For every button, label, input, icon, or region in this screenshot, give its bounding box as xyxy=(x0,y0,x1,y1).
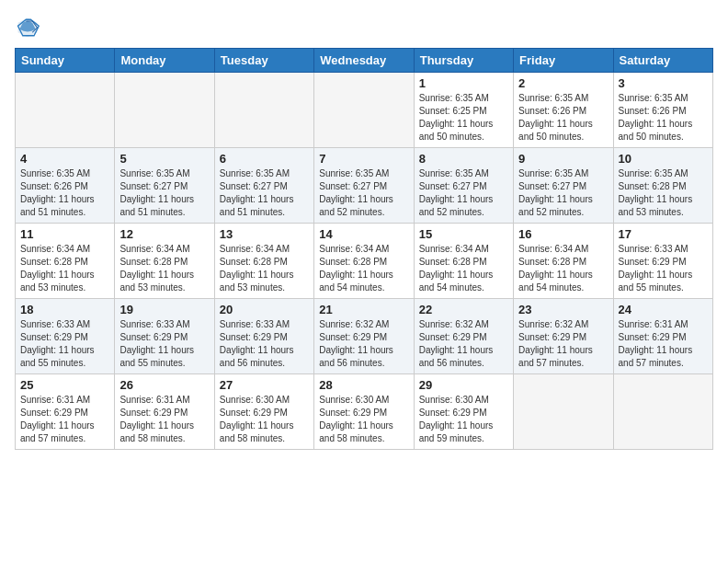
day-cell: 14Sunrise: 6:34 AM Sunset: 6:28 PM Dayli… xyxy=(314,224,414,299)
weekday-header-tuesday: Tuesday xyxy=(214,49,313,73)
day-info: Sunrise: 6:31 AM Sunset: 6:29 PM Dayligh… xyxy=(119,394,209,445)
day-info: Sunrise: 6:33 AM Sunset: 6:29 PM Dayligh… xyxy=(20,318,109,370)
day-info: Sunrise: 6:34 AM Sunset: 6:28 PM Dayligh… xyxy=(20,243,109,294)
day-number: 19 xyxy=(119,303,209,316)
day-cell xyxy=(314,73,414,148)
day-info: Sunrise: 6:35 AM Sunset: 6:26 PM Dayligh… xyxy=(518,92,608,144)
week-row-4: 18Sunrise: 6:33 AM Sunset: 6:29 PM Dayli… xyxy=(16,299,713,374)
day-cell: 18Sunrise: 6:33 AM Sunset: 6:29 PM Dayli… xyxy=(16,299,115,374)
week-row-5: 25Sunrise: 6:31 AM Sunset: 6:29 PM Dayli… xyxy=(16,374,713,450)
day-cell xyxy=(613,374,712,450)
day-number: 26 xyxy=(119,378,209,392)
day-cell: 9Sunrise: 6:35 AM Sunset: 6:27 PM Daylig… xyxy=(514,148,613,224)
day-number: 3 xyxy=(619,76,708,90)
day-cell: 22Sunrise: 6:32 AM Sunset: 6:29 PM Dayli… xyxy=(414,299,513,374)
day-number: 20 xyxy=(220,303,309,316)
day-cell: 15Sunrise: 6:34 AM Sunset: 6:28 PM Dayli… xyxy=(414,224,513,299)
day-number: 15 xyxy=(419,227,508,241)
day-number: 4 xyxy=(20,152,109,166)
day-number: 18 xyxy=(20,303,109,316)
day-cell: 3Sunrise: 6:35 AM Sunset: 6:26 PM Daylig… xyxy=(613,73,712,148)
day-cell: 17Sunrise: 6:33 AM Sunset: 6:29 PM Dayli… xyxy=(613,224,712,299)
day-number: 13 xyxy=(220,227,309,241)
weekday-header-friday: Friday xyxy=(514,49,613,73)
day-number: 27 xyxy=(220,378,309,392)
day-number: 17 xyxy=(619,227,708,241)
day-number: 7 xyxy=(319,152,408,166)
day-number: 6 xyxy=(220,152,309,166)
day-info: Sunrise: 6:35 AM Sunset: 6:27 PM Dayligh… xyxy=(220,167,309,219)
week-row-2: 4Sunrise: 6:35 AM Sunset: 6:26 PM Daylig… xyxy=(16,148,713,224)
day-number: 28 xyxy=(319,378,408,392)
day-info: Sunrise: 6:34 AM Sunset: 6:28 PM Dayligh… xyxy=(518,243,608,294)
page: SundayMondayTuesdayWednesdayThursdayFrid… xyxy=(0,0,728,459)
day-info: Sunrise: 6:35 AM Sunset: 6:27 PM Dayligh… xyxy=(319,167,408,219)
day-cell: 13Sunrise: 6:34 AM Sunset: 6:28 PM Dayli… xyxy=(214,224,313,299)
day-cell: 7Sunrise: 6:35 AM Sunset: 6:27 PM Daylig… xyxy=(314,148,414,224)
header xyxy=(15,15,713,40)
day-cell: 1Sunrise: 6:35 AM Sunset: 6:25 PM Daylig… xyxy=(414,73,513,148)
day-number: 29 xyxy=(419,378,508,392)
day-info: Sunrise: 6:30 AM Sunset: 6:29 PM Dayligh… xyxy=(419,394,508,445)
day-number: 21 xyxy=(319,303,408,316)
day-number: 23 xyxy=(518,303,608,316)
day-info: Sunrise: 6:35 AM Sunset: 6:28 PM Dayligh… xyxy=(619,167,708,219)
day-number: 14 xyxy=(319,227,408,241)
week-row-1: 1Sunrise: 6:35 AM Sunset: 6:25 PM Daylig… xyxy=(16,73,713,148)
day-cell: 23Sunrise: 6:32 AM Sunset: 6:29 PM Dayli… xyxy=(514,299,613,374)
day-info: Sunrise: 6:33 AM Sunset: 6:29 PM Dayligh… xyxy=(119,318,209,370)
day-info: Sunrise: 6:34 AM Sunset: 6:28 PM Dayligh… xyxy=(220,243,309,294)
day-number: 22 xyxy=(419,303,508,316)
weekday-header-sunday: Sunday xyxy=(16,49,115,73)
day-info: Sunrise: 6:32 AM Sunset: 6:29 PM Dayligh… xyxy=(419,318,508,370)
day-info: Sunrise: 6:34 AM Sunset: 6:28 PM Dayligh… xyxy=(419,243,508,294)
day-cell: 26Sunrise: 6:31 AM Sunset: 6:29 PM Dayli… xyxy=(115,374,214,450)
day-number: 2 xyxy=(518,76,608,90)
day-cell: 29Sunrise: 6:30 AM Sunset: 6:29 PM Dayli… xyxy=(414,374,513,450)
day-cell: 27Sunrise: 6:30 AM Sunset: 6:29 PM Dayli… xyxy=(214,374,313,450)
day-info: Sunrise: 6:30 AM Sunset: 6:29 PM Dayligh… xyxy=(220,394,309,445)
day-info: Sunrise: 6:35 AM Sunset: 6:27 PM Dayligh… xyxy=(119,167,209,219)
weekday-header-monday: Monday xyxy=(115,49,214,73)
day-info: Sunrise: 6:34 AM Sunset: 6:28 PM Dayligh… xyxy=(119,243,209,294)
day-number: 8 xyxy=(419,152,508,166)
day-cell: 8Sunrise: 6:35 AM Sunset: 6:27 PM Daylig… xyxy=(414,148,513,224)
day-info: Sunrise: 6:33 AM Sunset: 6:29 PM Dayligh… xyxy=(619,243,708,294)
day-cell: 12Sunrise: 6:34 AM Sunset: 6:28 PM Dayli… xyxy=(115,224,214,299)
day-number: 11 xyxy=(20,227,109,241)
day-cell: 16Sunrise: 6:34 AM Sunset: 6:28 PM Dayli… xyxy=(514,224,613,299)
day-cell: 5Sunrise: 6:35 AM Sunset: 6:27 PM Daylig… xyxy=(115,148,214,224)
day-info: Sunrise: 6:35 AM Sunset: 6:27 PM Dayligh… xyxy=(518,167,608,219)
day-info: Sunrise: 6:32 AM Sunset: 6:29 PM Dayligh… xyxy=(518,318,608,370)
day-info: Sunrise: 6:35 AM Sunset: 6:26 PM Dayligh… xyxy=(619,92,708,144)
day-info: Sunrise: 6:31 AM Sunset: 6:29 PM Dayligh… xyxy=(619,318,708,370)
day-info: Sunrise: 6:35 AM Sunset: 6:25 PM Dayligh… xyxy=(419,92,508,144)
day-info: Sunrise: 6:35 AM Sunset: 6:26 PM Dayligh… xyxy=(20,167,109,219)
day-cell xyxy=(514,374,613,450)
calendar-table: SundayMondayTuesdayWednesdayThursdayFrid… xyxy=(15,48,713,450)
weekday-header-saturday: Saturday xyxy=(613,49,712,73)
day-info: Sunrise: 6:31 AM Sunset: 6:29 PM Dayligh… xyxy=(20,394,109,445)
day-cell: 24Sunrise: 6:31 AM Sunset: 6:29 PM Dayli… xyxy=(613,299,712,374)
day-cell: 25Sunrise: 6:31 AM Sunset: 6:29 PM Dayli… xyxy=(16,374,115,450)
day-cell xyxy=(214,73,313,148)
weekday-header-thursday: Thursday xyxy=(414,49,513,73)
logo xyxy=(15,15,44,40)
day-info: Sunrise: 6:30 AM Sunset: 6:29 PM Dayligh… xyxy=(319,394,408,445)
day-cell: 21Sunrise: 6:32 AM Sunset: 6:29 PM Dayli… xyxy=(314,299,414,374)
logo-icon xyxy=(15,15,40,40)
day-cell xyxy=(16,73,115,148)
day-cell xyxy=(115,73,214,148)
day-info: Sunrise: 6:34 AM Sunset: 6:28 PM Dayligh… xyxy=(319,243,408,294)
day-number: 24 xyxy=(619,303,708,316)
day-cell: 4Sunrise: 6:35 AM Sunset: 6:26 PM Daylig… xyxy=(16,148,115,224)
day-cell: 10Sunrise: 6:35 AM Sunset: 6:28 PM Dayli… xyxy=(613,148,712,224)
day-cell: 2Sunrise: 6:35 AM Sunset: 6:26 PM Daylig… xyxy=(514,73,613,148)
day-cell: 11Sunrise: 6:34 AM Sunset: 6:28 PM Dayli… xyxy=(16,224,115,299)
day-info: Sunrise: 6:32 AM Sunset: 6:29 PM Dayligh… xyxy=(319,318,408,370)
day-number: 10 xyxy=(619,152,708,166)
day-cell: 28Sunrise: 6:30 AM Sunset: 6:29 PM Dayli… xyxy=(314,374,414,450)
day-number: 5 xyxy=(119,152,209,166)
day-number: 12 xyxy=(119,227,209,241)
weekday-header-row: SundayMondayTuesdayWednesdayThursdayFrid… xyxy=(16,49,713,73)
